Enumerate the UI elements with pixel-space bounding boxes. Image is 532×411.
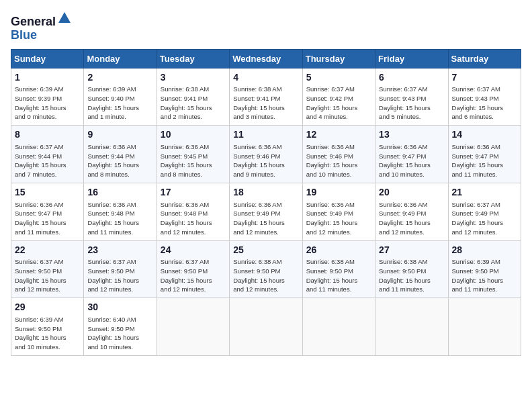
day-info: Sunrise: 6:39 AMSunset: 9:40 PMDaylight:… [87, 85, 152, 122]
weekday-header-cell: Sunday [11, 49, 84, 68]
day-number: 27 [379, 244, 444, 257]
weekday-header-row: SundayMondayTuesdayWednesdayThursdayFrid… [11, 49, 521, 68]
calendar-day-cell: 7Sunrise: 6:37 AMSunset: 9:43 PMDaylight… [448, 68, 521, 126]
day-info: Sunrise: 6:38 AMSunset: 9:41 PMDaylight:… [161, 85, 226, 122]
calendar-day-cell: 8Sunrise: 6:37 AMSunset: 9:44 PMDaylight… [11, 126, 84, 183]
day-number: 18 [233, 186, 298, 199]
day-number: 17 [161, 186, 226, 199]
day-info: Sunrise: 6:36 AMSunset: 9:46 PMDaylight:… [306, 142, 371, 179]
calendar-day-cell: 19Sunrise: 6:36 AMSunset: 9:49 PMDayligh… [302, 183, 375, 240]
day-number: 8 [15, 128, 80, 142]
logo-blue: Blue [11, 28, 37, 42]
weekday-header-cell: Wednesday [230, 49, 302, 68]
svg-marker-0 [58, 12, 71, 23]
day-info: Sunrise: 6:39 AMSunset: 9:50 PMDaylight:… [15, 315, 80, 352]
header: General Blue [11, 11, 521, 42]
calendar-day-cell [375, 298, 448, 356]
day-info: Sunrise: 6:36 AMSunset: 9:47 PMDaylight:… [379, 142, 444, 179]
day-info: Sunrise: 6:36 AMSunset: 9:47 PMDaylight:… [15, 200, 80, 237]
day-info: Sunrise: 6:36 AMSunset: 9:48 PMDaylight:… [87, 200, 152, 237]
calendar-day-cell: 27Sunrise: 6:38 AMSunset: 9:50 PMDayligh… [375, 240, 448, 298]
day-number: 20 [379, 186, 444, 199]
calendar-day-cell: 1Sunrise: 6:39 AMSunset: 9:39 PMDaylight… [11, 68, 84, 126]
day-number: 28 [452, 244, 517, 257]
calendar-week-row: 22Sunrise: 6:37 AMSunset: 9:50 PMDayligh… [11, 240, 521, 298]
day-info: Sunrise: 6:39 AMSunset: 9:50 PMDaylight:… [452, 257, 517, 294]
day-number: 13 [379, 128, 444, 142]
day-number: 5 [306, 71, 371, 85]
calendar-day-cell: 5Sunrise: 6:37 AMSunset: 9:42 PMDaylight… [302, 68, 375, 126]
calendar-week-row: 29Sunrise: 6:39 AMSunset: 9:50 PMDayligh… [11, 298, 521, 356]
calendar-day-cell [230, 298, 302, 356]
day-number: 1 [15, 71, 80, 85]
day-info: Sunrise: 6:37 AMSunset: 9:43 PMDaylight:… [379, 85, 444, 122]
calendar-day-cell: 25Sunrise: 6:38 AMSunset: 9:50 PMDayligh… [230, 240, 302, 298]
day-number: 19 [306, 186, 371, 199]
day-info: Sunrise: 6:37 AMSunset: 9:50 PMDaylight:… [87, 257, 152, 294]
day-info: Sunrise: 6:36 AMSunset: 9:48 PMDaylight:… [161, 200, 226, 237]
calendar-body: 1Sunrise: 6:39 AMSunset: 9:39 PMDaylight… [11, 68, 521, 355]
calendar-day-cell: 30Sunrise: 6:40 AMSunset: 9:50 PMDayligh… [84, 298, 157, 356]
calendar-day-cell [448, 298, 521, 356]
calendar-day-cell: 17Sunrise: 6:36 AMSunset: 9:48 PMDayligh… [157, 183, 229, 240]
day-number: 24 [161, 244, 226, 257]
calendar-table: SundayMondayTuesdayWednesdayThursdayFrid… [11, 49, 521, 356]
day-info: Sunrise: 6:38 AMSunset: 9:50 PMDaylight:… [306, 257, 371, 294]
day-info: Sunrise: 6:38 AMSunset: 9:41 PMDaylight:… [233, 85, 298, 122]
day-info: Sunrise: 6:37 AMSunset: 9:43 PMDaylight:… [452, 85, 517, 122]
weekday-header-cell: Tuesday [157, 49, 229, 68]
day-info: Sunrise: 6:36 AMSunset: 9:44 PMDaylight:… [87, 142, 152, 179]
logo-general: General [11, 15, 56, 28]
day-number: 21 [452, 186, 517, 199]
day-info: Sunrise: 6:36 AMSunset: 9:47 PMDaylight:… [452, 142, 517, 179]
day-info: Sunrise: 6:37 AMSunset: 9:50 PMDaylight:… [15, 257, 80, 294]
day-number: 26 [306, 244, 371, 257]
day-info: Sunrise: 6:37 AMSunset: 9:42 PMDaylight:… [306, 85, 371, 122]
day-number: 25 [233, 244, 298, 257]
calendar-day-cell: 11Sunrise: 6:36 AMSunset: 9:46 PMDayligh… [230, 126, 302, 183]
calendar-day-cell: 21Sunrise: 6:37 AMSunset: 9:49 PMDayligh… [448, 183, 521, 240]
day-info: Sunrise: 6:39 AMSunset: 9:39 PMDaylight:… [15, 85, 80, 122]
day-number: 6 [379, 71, 444, 85]
logo: General Blue [11, 11, 72, 42]
weekday-header-cell: Thursday [302, 49, 375, 68]
logo-icon [57, 11, 72, 26]
day-number: 3 [161, 71, 226, 85]
calendar-day-cell: 10Sunrise: 6:36 AMSunset: 9:45 PMDayligh… [157, 126, 229, 183]
calendar-day-cell: 16Sunrise: 6:36 AMSunset: 9:48 PMDayligh… [84, 183, 157, 240]
weekday-header-cell: Monday [84, 49, 157, 68]
day-number: 23 [87, 244, 152, 257]
day-info: Sunrise: 6:40 AMSunset: 9:50 PMDaylight:… [87, 315, 152, 352]
calendar-day-cell [157, 298, 229, 356]
calendar-day-cell: 28Sunrise: 6:39 AMSunset: 9:50 PMDayligh… [448, 240, 521, 298]
calendar-day-cell: 12Sunrise: 6:36 AMSunset: 9:46 PMDayligh… [302, 126, 375, 183]
day-number: 4 [233, 71, 298, 85]
weekday-header-cell: Saturday [448, 49, 521, 68]
calendar-day-cell: 23Sunrise: 6:37 AMSunset: 9:50 PMDayligh… [84, 240, 157, 298]
day-number: 11 [233, 128, 298, 142]
day-info: Sunrise: 6:37 AMSunset: 9:50 PMDaylight:… [161, 257, 226, 294]
day-number: 29 [15, 301, 80, 314]
day-info: Sunrise: 6:36 AMSunset: 9:46 PMDaylight:… [233, 142, 298, 179]
calendar-day-cell: 15Sunrise: 6:36 AMSunset: 9:47 PMDayligh… [11, 183, 84, 240]
calendar-day-cell: 14Sunrise: 6:36 AMSunset: 9:47 PMDayligh… [448, 126, 521, 183]
day-info: Sunrise: 6:36 AMSunset: 9:45 PMDaylight:… [161, 142, 226, 179]
calendar-day-cell: 20Sunrise: 6:36 AMSunset: 9:49 PMDayligh… [375, 183, 448, 240]
day-number: 14 [452, 128, 517, 142]
calendar-day-cell: 6Sunrise: 6:37 AMSunset: 9:43 PMDaylight… [375, 68, 448, 126]
calendar-day-cell: 24Sunrise: 6:37 AMSunset: 9:50 PMDayligh… [157, 240, 229, 298]
day-number: 12 [306, 128, 371, 142]
calendar-day-cell: 13Sunrise: 6:36 AMSunset: 9:47 PMDayligh… [375, 126, 448, 183]
day-info: Sunrise: 6:36 AMSunset: 9:49 PMDaylight:… [306, 200, 371, 237]
day-number: 30 [87, 301, 152, 314]
calendar-week-row: 1Sunrise: 6:39 AMSunset: 9:39 PMDaylight… [11, 68, 521, 126]
weekday-header-cell: Friday [375, 49, 448, 68]
day-number: 16 [87, 186, 152, 199]
day-number: 10 [161, 128, 226, 142]
calendar-day-cell: 18Sunrise: 6:36 AMSunset: 9:49 PMDayligh… [230, 183, 302, 240]
day-info: Sunrise: 6:37 AMSunset: 9:49 PMDaylight:… [452, 200, 517, 237]
day-number: 22 [15, 244, 80, 257]
day-info: Sunrise: 6:38 AMSunset: 9:50 PMDaylight:… [233, 257, 298, 294]
calendar-day-cell: 3Sunrise: 6:38 AMSunset: 9:41 PMDaylight… [157, 68, 229, 126]
day-info: Sunrise: 6:38 AMSunset: 9:50 PMDaylight:… [379, 257, 444, 294]
